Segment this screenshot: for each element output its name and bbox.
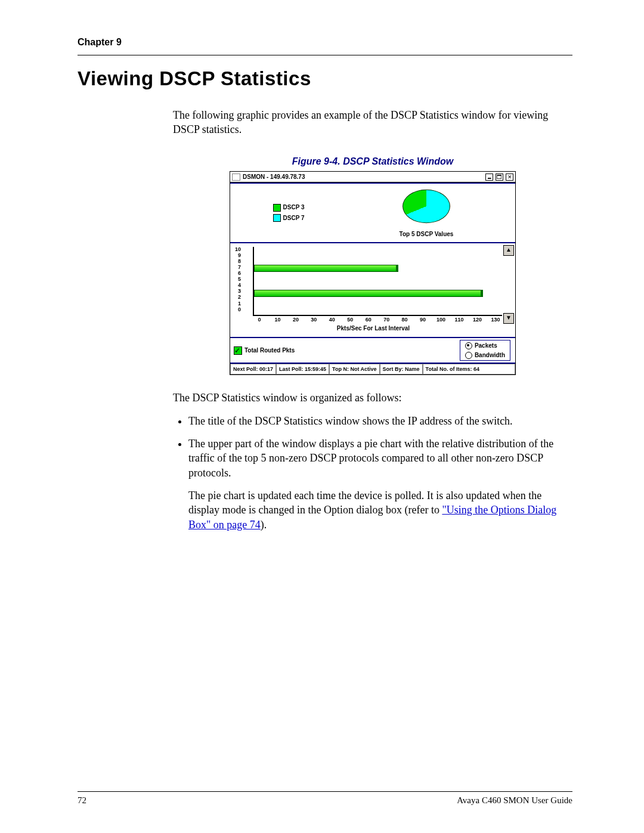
body-block: The following graphic provides an exampl… [173, 108, 572, 532]
bullet-1: The title of the DSCP Statistics window … [188, 414, 572, 428]
bullet-2: The upper part of the window displays a … [188, 436, 572, 532]
bar-x-title: Pkts/Sec For Last Interval [244, 324, 502, 335]
legend-swatch-green [273, 204, 281, 212]
y-tick: 7 [235, 265, 241, 270]
legend-item-dscp7: DSCP 7 [273, 214, 305, 222]
status-top-n: Top N: Not Active [329, 364, 380, 374]
bandwidth-radio[interactable] [465, 352, 472, 359]
bandwidth-radio-label: Bandwidth [475, 351, 505, 360]
y-tick: 4 [235, 283, 241, 288]
after-figure-paragraph: The DSCP Statistics window is organized … [173, 391, 572, 405]
window-minimize-icon[interactable]: 🗕 [485, 174, 493, 181]
window-maximize-icon[interactable]: 🗖 [496, 174, 503, 181]
x-tick: 70 [381, 316, 392, 323]
pie-column: Top 5 DSCP Values [342, 187, 510, 239]
window-system-icon [232, 174, 240, 181]
status-last-poll: Last Poll: 15:59:45 [276, 364, 329, 374]
packets-radio-label: Packets [475, 342, 497, 350]
total-routed-pkts-checkbox[interactable] [234, 346, 242, 355]
bar-plot-area [253, 247, 502, 316]
x-tick: 40 [327, 316, 338, 323]
bar-dscp3 [254, 290, 483, 297]
page-title: Viewing DSCP Statistics [78, 67, 572, 90]
chapter-label: Chapter 9 [78, 37, 572, 48]
legend-label-dscp7: DSCP 7 [283, 214, 305, 222]
window-close-icon[interactable]: ✕ [506, 174, 513, 181]
bar-x-axis: 0 10 20 30 40 50 60 70 80 90 100 110 120… [253, 316, 502, 323]
x-tick: 110 [454, 316, 465, 323]
bullet-2-followup: The pie chart is updated each time the d… [188, 488, 572, 532]
scroll-down-button[interactable]: ▼ [503, 313, 514, 324]
header-rule [78, 55, 572, 55]
pie-panel: DSCP 3 DSCP 7 Top 5 DSCP Values [230, 182, 515, 243]
bullet-2-text: The upper part of the window displays a … [188, 438, 553, 479]
x-tick: 60 [363, 316, 374, 323]
y-tick: 8 [235, 259, 241, 264]
pie-legend: DSCP 3 DSCP 7 [235, 187, 342, 239]
x-tick: 50 [345, 316, 355, 323]
y-tick: 6 [235, 271, 241, 276]
status-bar: Next Poll: 00:17 Last Poll: 15:59:45 Top… [230, 364, 515, 374]
y-tick: 5 [235, 277, 241, 282]
y-tick: 2 [235, 295, 241, 300]
legend-item-dscp3: DSCP 3 [273, 203, 305, 212]
x-tick: 20 [290, 316, 301, 323]
status-item-count: Total No. of Items: 64 [423, 364, 515, 374]
bar-dscp7 [254, 265, 398, 272]
options-panel: Total Routed Pkts Packets Bandwidth [230, 338, 515, 364]
y-tick: 10 [235, 247, 241, 252]
x-tick: 100 [436, 316, 447, 323]
x-tick: 90 [417, 316, 428, 323]
page-footer: 72 Avaya C460 SMON User Guide [78, 791, 572, 806]
window-titlebar: DSMON - 149.49.78.73 🗕 🗖 ✕ [230, 172, 515, 182]
bullet-1-text: The title of the DSCP Statistics window … [188, 415, 513, 427]
bullet-list: The title of the DSCP Statistics window … [173, 414, 572, 532]
intro-paragraph: The following graphic provides an exampl… [173, 108, 572, 137]
x-tick: 120 [472, 316, 482, 323]
y-tick: 0 [235, 307, 241, 312]
legend-swatch-cyan [273, 214, 281, 222]
dscp-stats-window: DSMON - 149.49.78.73 🗕 🗖 ✕ DSCP 3 DSCP 7 [230, 171, 516, 375]
display-mode-group: Packets Bandwidth [460, 340, 510, 361]
legend-label-dscp3: DSCP 3 [283, 203, 305, 212]
scroll-up-button[interactable]: ▲ [503, 245, 514, 256]
status-sort: Sort By: Name [380, 364, 423, 374]
pie-chart [402, 187, 450, 229]
x-tick: 30 [308, 316, 319, 323]
packets-radio[interactable] [465, 342, 472, 349]
y-tick: 1 [235, 301, 241, 306]
x-tick: 0 [254, 316, 265, 323]
x-tick: 130 [490, 316, 501, 323]
page-number: 72 [78, 795, 86, 806]
x-tick: 80 [400, 316, 410, 323]
bar-y-axis: 10 9 8 7 6 5 4 3 2 1 0 [235, 247, 241, 312]
x-tick: 10 [272, 316, 283, 323]
total-routed-pkts-label: Total Routed Pkts [244, 346, 295, 355]
pie-caption: Top 5 DSCP Values [342, 230, 510, 239]
bullet-2-followup-b: ). [261, 519, 267, 531]
y-tick: 3 [235, 289, 241, 294]
y-tick: 9 [235, 253, 241, 258]
window-title-text: DSMON - 149.49.78.73 [243, 173, 485, 181]
status-next-poll: Next Poll: 00:17 [230, 364, 276, 374]
guide-name: Avaya C460 SMON User Guide [457, 795, 572, 806]
bar-panel: ▲ ▼ 10 9 8 7 6 5 4 3 2 1 0 [230, 243, 515, 339]
figure-caption: Figure 9-4. DSCP Statistics Window [173, 155, 572, 168]
